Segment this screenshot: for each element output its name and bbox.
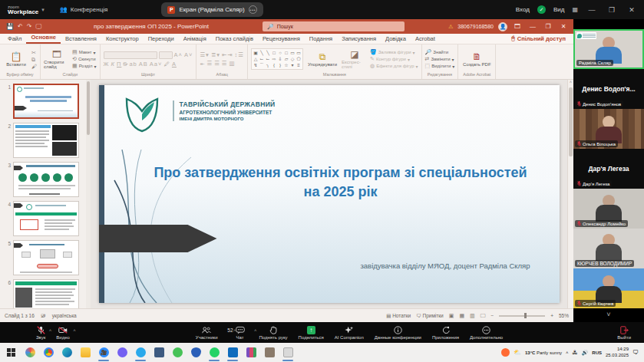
line-spacing-icon[interactable]: ↕☰	[235, 51, 244, 58]
raise-hand-button[interactable]: Поднять руку	[254, 326, 293, 340]
audio-button[interactable]: Звук ˄	[31, 326, 51, 340]
zoom-out-button[interactable]: −	[490, 313, 494, 318]
char-spacing-icon[interactable]: АВ	[139, 61, 148, 67]
slideshow-view-icon[interactable]: 🖵	[481, 313, 486, 319]
tab-view[interactable]: Подання	[305, 35, 337, 44]
close-button[interactable]: ✕	[626, 6, 638, 14]
slide-sorter-icon[interactable]: ▦	[459, 313, 464, 319]
skype-icon[interactable]	[169, 344, 186, 361]
slide-title[interactable]: Про затвердження освітніх програм зі спе…	[153, 163, 529, 202]
shapes-gallery[interactable]: ▣╲╲□○□▭▭ △⌙⌙⇨⇩▱◇⬠ ↯⌒╮{}☆▾≡	[251, 48, 303, 70]
new-slide-button[interactable]: 🗔 Створити слайд	[44, 50, 70, 69]
accessibility-icon[interactable]: 🖳	[41, 313, 46, 318]
save-icon[interactable]: 💾	[6, 23, 14, 31]
security-app-icon[interactable]	[187, 344, 204, 361]
align-right-icon[interactable]: ☰	[214, 60, 220, 67]
change-case-icon[interactable]: Аа˅	[150, 61, 163, 67]
calculator-icon[interactable]	[150, 344, 167, 361]
align-center-icon[interactable]: ☰	[206, 60, 213, 67]
undo-icon[interactable]: ↶	[18, 23, 23, 31]
tab-meeting[interactable]: 👥 Конференція	[52, 6, 116, 13]
chat-app-icon[interactable]	[279, 344, 296, 361]
participant-tile-denys[interactable]: Денис Водоп'я... Денис Водоп'янов	[573, 69, 644, 109]
tab-file[interactable]: Файл	[3, 35, 26, 44]
slide-thumbnail[interactable]	[13, 84, 79, 119]
section-button[interactable]: ▦Розділ ▾	[72, 63, 97, 69]
network-icon[interactable]: 🖧	[573, 350, 578, 355]
ppt-close-button[interactable]: ✕	[558, 23, 569, 30]
outlook-icon[interactable]	[224, 344, 241, 361]
reading-view-icon[interactable]: ▥	[470, 313, 475, 319]
chevron-up-icon[interactable]: ˄	[73, 328, 76, 333]
clock[interactable]: 14:29 25.03.2025	[606, 347, 629, 357]
font-size-input[interactable]	[159, 51, 173, 59]
tab-animations[interactable]: Анімація	[179, 35, 211, 44]
hidden-icons-chevron[interactable]: ˄	[566, 350, 569, 355]
slide-thumbnail[interactable]	[13, 201, 79, 236]
underline-icon[interactable]: П	[117, 61, 121, 67]
volume-icon[interactable]: 🔊	[582, 350, 589, 356]
participant-tile-kiurchev-v[interactable]: КЮРЧЕВ ВОЛОДИМИР	[573, 229, 644, 268]
ai-companion-button[interactable]: AI Companion	[329, 326, 369, 340]
signin-button[interactable]: Вход	[516, 6, 530, 13]
telegram-icon[interactable]	[132, 344, 149, 361]
winrar-icon[interactable]	[243, 344, 259, 361]
highlight-icon[interactable]: 🖉	[163, 61, 170, 67]
format-painter-icon[interactable]: 🖌	[31, 64, 37, 69]
zoom-slider[interactable]	[499, 315, 545, 317]
arrange-button[interactable]: ⧉ Упорядкувати	[305, 52, 339, 67]
ppt-restore-button[interactable]: ❐	[543, 23, 553, 30]
notification-center-icon[interactable]: 🗨	[632, 349, 639, 356]
grow-font-icon[interactable]: А˄	[174, 51, 183, 58]
font-color-icon[interactable]: А	[172, 61, 177, 67]
slide-thumbnail[interactable]	[13, 240, 79, 275]
minimize-button[interactable]: —	[586, 6, 598, 14]
tab-acrobat[interactable]: Acrobat	[411, 35, 440, 44]
redo-icon[interactable]: ↷	[27, 23, 32, 31]
file-explorer-icon[interactable]	[77, 344, 94, 361]
more-button[interactable]: Дополнительно	[464, 326, 508, 340]
copy-icon[interactable]: ⧉	[31, 57, 37, 63]
strikethrough-icon[interactable]: S	[123, 61, 127, 67]
start-button[interactable]	[3, 344, 20, 361]
participant-tile-olha[interactable]: Ольга Білоцька	[573, 109, 644, 149]
whatsapp-icon[interactable]	[206, 344, 223, 361]
notes-button[interactable]: ▤ Нотатки	[386, 313, 411, 319]
share-access-button[interactable]: 🖰 Спільний доступ	[511, 35, 570, 44]
view-button[interactable]: Вид	[553, 6, 564, 13]
slideshow-icon[interactable]: 🖵	[35, 23, 41, 31]
participant-tile-serhii[interactable]: Сергій Кюрчев	[573, 268, 644, 308]
media-app-icon[interactable]	[261, 344, 278, 361]
zoom-app-icon[interactable]: 🎥	[95, 344, 112, 361]
zoom-in-button[interactable]: +	[550, 313, 553, 318]
chrome-icon[interactable]	[40, 344, 57, 361]
columns-icon[interactable]: ▥	[230, 60, 236, 67]
italic-icon[interactable]: К	[111, 61, 115, 67]
bold-icon[interactable]: Ж	[104, 61, 110, 67]
slide-subtitle[interactable]: завідувачка відділу МЯОД, доцент Радміла…	[360, 262, 530, 270]
tab-shared-screen[interactable]: P Екран (Радміла Скляр) •••	[161, 2, 263, 17]
chevron-down-icon[interactable]: ▾	[41, 7, 45, 13]
tab-slideshow[interactable]: Показ слайдів	[211, 35, 258, 44]
paste-button[interactable]: 📋 Вставити	[3, 52, 29, 67]
leave-meeting-button[interactable]: Выйти	[612, 326, 636, 340]
zoom-workplace-logo[interactable]: zoom Workplace ▾	[0, 5, 52, 15]
tab-recording[interactable]: Записування	[337, 35, 381, 44]
chat-button[interactable]: Чат ˄	[230, 326, 254, 340]
maximize-button[interactable]: ❐	[606, 6, 618, 14]
numbering-icon[interactable]: ≣▾	[211, 51, 220, 58]
comments-button[interactable]: 🗨 Примітки	[416, 313, 444, 318]
shape-outline-button[interactable]: ✎Контур фігури ▾	[370, 56, 418, 62]
tab-design[interactable]: Конструктор	[101, 35, 144, 44]
indent-icons[interactable]: ⇤⇥	[222, 51, 233, 58]
apps-button[interactable]: Приложения	[427, 326, 464, 340]
security-shield-icon[interactable]: ✓	[537, 5, 546, 14]
select-button[interactable]: ⬚Виділити ▾	[425, 63, 455, 69]
slide-thumbnail[interactable]	[13, 162, 79, 197]
participant-tile-radmila[interactable]: Радміла Скляр	[573, 29, 644, 69]
language-indicator[interactable]: українська	[52, 313, 77, 318]
avatar[interactable]: 👤	[498, 22, 507, 31]
quick-styles-button[interactable]: ◪ Експрес-стилі	[342, 50, 368, 69]
meeting-info-button[interactable]: Данные конференции	[369, 326, 427, 340]
tab-home[interactable]: Основне	[26, 34, 60, 44]
